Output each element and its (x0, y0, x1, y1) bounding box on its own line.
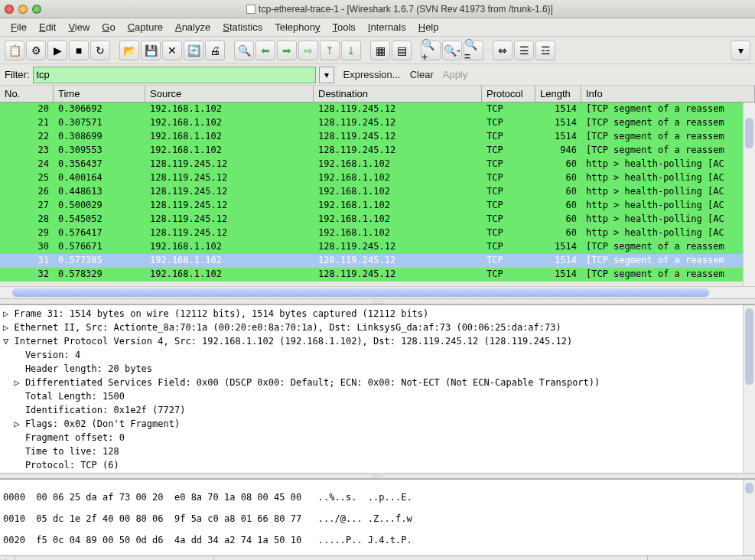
column-no[interactable]: No. (0, 86, 54, 102)
detail-ethernet[interactable]: ▷ Ethernet II, Src: Actionte_8a:70:1a (0… (3, 321, 752, 334)
status-profile[interactable]: Profile: Default (648, 556, 755, 560)
menu-statistics[interactable]: Statistics (218, 20, 267, 34)
packet-row[interactable]: 210.307571192.168.1.102128.119.245.12TCP… (0, 116, 755, 130)
close-file-icon[interactable]: ✕ (162, 41, 182, 60)
packet-list-scrollbar[interactable] (743, 103, 755, 286)
packet-list-header: No. Time Source Destination Protocol Len… (0, 86, 755, 103)
detail-ttl[interactable]: Time to live: 128 (3, 444, 752, 458)
column-time[interactable]: Time (54, 86, 145, 102)
menu-analyze[interactable]: Analyze (171, 20, 215, 34)
packet-row[interactable]: 310.577385192.168.1.102128.119.245.12TCP… (0, 254, 755, 268)
status-file: File: "/Users/kurose/Umass/... (15, 556, 214, 560)
packet-row[interactable]: 280.545052128.119.245.12192.168.1.102TCP… (0, 213, 755, 226)
menubar: File Edit View Go Capture Analyze Statis… (0, 18, 755, 37)
packet-details-pane[interactable]: ▷ Frame 31: 1514 bytes on wire (12112 bi… (0, 304, 755, 473)
bytes-row[interactable]: 0020 f5 0c 04 89 00 50 0d d6 4a dd 34 a2… (3, 535, 752, 545)
detail-ip[interactable]: ▽ Internet Protocol Version 4, Src: 192.… (3, 334, 752, 348)
find-icon[interactable]: 🔍 (234, 41, 254, 60)
packet-row[interactable]: 200.306692192.168.1.102128.119.245.12TCP… (0, 103, 755, 116)
bytes-row[interactable]: 0010 05 dc 1e 2f 40 00 80 06 9f 5a c0 a8… (3, 513, 752, 524)
options-icon[interactable]: ⚙ (26, 41, 46, 60)
zoom-in-icon[interactable]: 🔍+ (421, 41, 441, 60)
start-capture-icon[interactable]: ▶ (47, 41, 67, 60)
menu-internals[interactable]: Internals (363, 20, 411, 34)
save-icon[interactable]: 💾 (141, 41, 161, 60)
go-back-icon[interactable]: ⬅ (255, 41, 275, 60)
detail-version[interactable]: Version: 4 (3, 348, 752, 362)
minimize-button[interactable] (18, 5, 28, 14)
detail-dscp[interactable]: ▷ Differentiated Services Field: 0x00 (D… (3, 376, 752, 389)
zoom-out-icon[interactable]: 🔍- (442, 41, 462, 60)
display-filters-icon[interactable]: ☲ (535, 41, 555, 60)
filter-label: Filter: (5, 69, 30, 80)
statusbar: File: "/Users/kurose/Umass/... Packets: … (0, 555, 755, 560)
expression-button[interactable]: Expression... (343, 69, 401, 80)
resize-columns-icon[interactable]: ⇔ (493, 41, 513, 60)
detail-header-length[interactable]: Header length: 20 bytes (3, 362, 752, 376)
packet-row[interactable]: 270.500029128.119.245.12192.168.1.102TCP… (0, 199, 755, 213)
column-info[interactable]: Info (581, 86, 755, 102)
filter-dropdown[interactable]: ▾ (319, 67, 334, 83)
menu-file[interactable]: File (6, 20, 31, 34)
print-icon[interactable]: 🖨 (205, 41, 225, 60)
packet-row[interactable]: 290.576417128.119.245.12192.168.1.102TCP… (0, 226, 755, 240)
detail-identification[interactable]: Identification: 0x1e2f (7727) (3, 403, 752, 417)
column-source[interactable]: Source (145, 86, 314, 102)
reload-icon[interactable]: 🔄 (184, 41, 203, 60)
menu-edit[interactable]: Edit (34, 20, 60, 34)
splitter-1[interactable]: :::::: (0, 298, 755, 304)
colorize-icon[interactable]: ▦ (370, 41, 390, 60)
zoom-reset-icon[interactable]: 🔍= (464, 41, 483, 60)
toolbar-menu-icon[interactable]: ▾ (731, 41, 750, 60)
window-title: tcp-ethereal-trace-1 - [Wireshark 1.6.7 … (49, 4, 750, 15)
document-icon (246, 5, 255, 14)
detail-flags[interactable]: ▷ Flags: 0x02 (Don't Fragment) (3, 417, 752, 431)
open-icon[interactable]: 📂 (119, 41, 139, 60)
packet-row[interactable]: 220.308699192.168.1.102128.119.245.12TCP… (0, 130, 755, 144)
menu-help[interactable]: Help (414, 20, 444, 34)
menu-capture[interactable]: Capture (123, 20, 168, 34)
menu-tools[interactable]: Tools (328, 20, 360, 34)
detail-frame[interactable]: ▷ Frame 31: 1514 bytes on wire (12112 bi… (3, 307, 752, 321)
filter-input[interactable]: tcp (33, 67, 316, 83)
packet-row[interactable]: 250.400164128.119.245.12192.168.1.102TCP… (0, 171, 755, 185)
stop-capture-icon[interactable]: ■ (69, 41, 89, 60)
column-protocol[interactable]: Protocol (482, 86, 535, 102)
go-to-packet-icon[interactable]: ⇨ (298, 41, 318, 60)
details-scrollbar[interactable] (743, 305, 755, 473)
packet-row[interactable]: 230.309553192.168.1.102128.119.245.12TCP… (0, 144, 755, 158)
packet-list-hscroll[interactable] (0, 286, 755, 298)
apply-button[interactable]: Apply (443, 69, 468, 80)
filter-bar: Filter: tcp ▾ Expression... Clear Apply (0, 64, 755, 86)
menu-telephony[interactable]: Telephony (270, 20, 324, 34)
packet-row[interactable]: 240.356437128.119.245.12192.168.1.102TCP… (0, 158, 755, 171)
interfaces-icon[interactable]: 📋 (5, 41, 24, 60)
auto-scroll-icon[interactable]: ▤ (392, 41, 412, 60)
bytes-scrollbar[interactable] (743, 480, 755, 555)
packet-row[interactable]: 320.578329192.168.1.102128.119.245.12TCP… (0, 268, 755, 282)
packet-row[interactable]: 260.448613128.119.245.12192.168.1.102TCP… (0, 185, 755, 199)
packet-row[interactable]: 300.576671192.168.1.102128.119.245.12TCP… (0, 240, 755, 254)
clear-button[interactable]: Clear (410, 69, 434, 80)
detail-protocol[interactable]: Protocol: TCP (6) (3, 458, 752, 472)
window-controls (5, 5, 41, 14)
zoom-button[interactable] (32, 5, 41, 14)
go-first-icon[interactable]: ⤒ (320, 41, 340, 60)
splitter-2[interactable]: :::::: (0, 473, 755, 479)
status-packets: Packets: 213 Displayed: 202 Marked: 0 Lo… (214, 556, 648, 560)
bytes-row[interactable]: 0000 00 06 25 da af 73 00 20 e0 8a 70 1a… (3, 492, 752, 503)
titlebar: tcp-ethereal-trace-1 - [Wireshark 1.6.7 … (0, 0, 755, 18)
go-last-icon[interactable]: ⤓ (341, 41, 361, 60)
close-button[interactable] (5, 5, 14, 14)
capture-filters-icon[interactable]: ☰ (514, 41, 534, 60)
packet-bytes-pane[interactable]: 0000 00 06 25 da af 73 00 20 e0 8a 70 1a… (0, 479, 755, 555)
packet-list[interactable]: 200.306692192.168.1.102128.119.245.12TCP… (0, 103, 755, 286)
detail-fragment-offset[interactable]: Fragment offset: 0 (3, 431, 752, 444)
column-length[interactable]: Length (535, 86, 581, 102)
column-destination[interactable]: Destination (314, 86, 482, 102)
restart-capture-icon[interactable]: ↻ (90, 41, 110, 60)
detail-total-length[interactable]: Total Length: 1500 (3, 389, 752, 403)
go-forward-icon[interactable]: ➡ (277, 41, 297, 60)
menu-view[interactable]: View (63, 20, 94, 34)
menu-go[interactable]: Go (97, 20, 119, 34)
